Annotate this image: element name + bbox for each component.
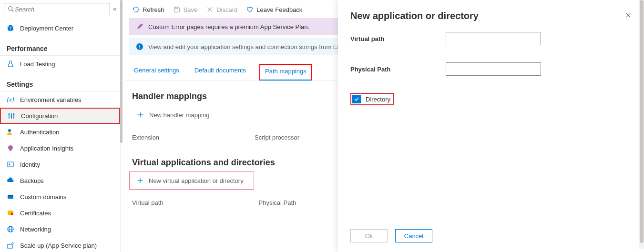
sidebar-item-label: Identity [20, 161, 40, 168]
cloud-icon [7, 177, 14, 184]
physical-path-label: Physical Path [350, 66, 446, 73]
sliders-icon [8, 112, 15, 120]
feedback-button[interactable]: Leave Feedback [246, 6, 302, 13]
page-scrollbar-thumb[interactable] [640, 0, 644, 243]
svg-rect-13 [8, 162, 13, 167]
tab-path-mappings[interactable]: Path mappings [259, 64, 312, 81]
svg-rect-22 [8, 244, 12, 248]
svg-point-10 [8, 129, 11, 132]
flask-icon [7, 60, 14, 68]
cancel-button[interactable]: Cancel [395, 229, 432, 242]
info-icon: i [136, 43, 143, 50]
sidebar-item-label: Certificates [20, 210, 51, 217]
svg-point-7 [9, 114, 10, 115]
search-icon [7, 5, 15, 13]
directory-checkbox[interactable] [352, 95, 361, 103]
certificate-icon [7, 209, 14, 217]
svg-rect-12 [10, 150, 11, 151]
sidebar-item-backups[interactable]: Backups [0, 172, 120, 189]
refresh-icon [132, 6, 140, 13]
sidebar-item-networking[interactable]: Networking [0, 221, 120, 237]
globe-icon [7, 193, 14, 201]
sidebar-item-environment-variables[interactable]: {x} Environment variables [0, 91, 120, 108]
person-key-icon [7, 128, 14, 136]
sidebar-item-configuration[interactable]: Configuration [0, 108, 120, 124]
sidebar-item-label: Backups [20, 177, 44, 184]
refresh-button[interactable]: Refresh [132, 6, 164, 13]
directory-label: Directory [366, 96, 390, 103]
sidebar-item-load-testing[interactable]: Load Testing [0, 56, 120, 72]
page-scrollbar-track[interactable] [639, 0, 644, 249]
main-content: Refresh Save Discard Leave Feedback [121, 0, 644, 252]
sidebar-item-label: Environment variables [20, 96, 82, 103]
sidebar-item-deployment-center[interactable]: Deployment Center [0, 20, 120, 36]
svg-point-18 [11, 213, 13, 215]
network-icon [7, 225, 14, 233]
cube-icon [7, 24, 14, 32]
add-link-label: New handler mapping [149, 111, 209, 119]
directory-checkbox-group[interactable]: Directory [350, 93, 394, 105]
save-button: Save [173, 6, 198, 13]
sidebar-item-label: Load Testing [20, 60, 55, 68]
discard-button: Discard [206, 6, 237, 13]
sidebar-item-authentication[interactable]: Authentication [0, 124, 120, 140]
search-box[interactable] [4, 3, 110, 15]
add-link-label: New virtual application or directory [149, 177, 244, 184]
sidebar-item-identity[interactable]: Identity [0, 156, 120, 172]
physical-path-input[interactable] [446, 62, 541, 76]
col-physical-path: Physical Path [259, 199, 296, 206]
toolbar-label: Refresh [143, 6, 164, 13]
banner-text: View and edit your application settings … [148, 43, 344, 50]
sidebar: « Deployment Center Performance Load Tes… [0, 0, 121, 252]
discard-icon [206, 6, 214, 13]
sidebar-section-performance: Performance [0, 36, 120, 56]
svg-point-8 [11, 116, 12, 118]
variable-icon: {x} [7, 96, 14, 103]
scale-up-icon [7, 242, 14, 249]
plus-icon [136, 177, 144, 184]
new-virtual-app-button[interactable]: New virtual application or directory [129, 171, 254, 190]
col-extension: Extension [132, 134, 159, 141]
toolbar-label: Discard [216, 6, 237, 13]
svg-point-14 [9, 164, 10, 165]
sidebar-item-label: Deployment Center [20, 25, 73, 32]
svg-line-1 [12, 10, 14, 12]
sidebar-item-label: Custom domains [20, 193, 67, 201]
rocket-icon [136, 23, 143, 30]
sidebar-item-label: Authentication [20, 129, 59, 136]
sidebar-item-custom-domains[interactable]: Custom domains [0, 189, 120, 205]
heart-icon [246, 6, 254, 13]
svg-rect-23 [175, 7, 177, 9]
sidebar-item-label: Scale up (App Service plan) [20, 242, 97, 249]
virtual-path-input[interactable] [446, 32, 541, 45]
col-virtual-path: Virtual path [132, 199, 164, 206]
panel-title: New application or directory [350, 10, 479, 21]
tab-general-settings[interactable]: General settings [132, 64, 181, 81]
sidebar-item-label: Configuration [21, 112, 58, 120]
svg-point-9 [13, 114, 15, 116]
sidebar-item-label: Application Insights [20, 145, 73, 152]
badge-icon [7, 161, 14, 168]
sidebar-item-scale-up[interactable]: Scale up (App Service plan) [0, 237, 120, 252]
tab-default-documents[interactable]: Default documents [193, 64, 248, 81]
save-icon [173, 6, 181, 13]
svg-point-0 [9, 7, 12, 10]
virtual-path-label: Virtual path [350, 35, 446, 42]
toolbar-label: Leave Feedback [256, 6, 302, 13]
plus-icon [137, 111, 144, 119]
collapse-icon[interactable]: « [113, 6, 116, 12]
svg-rect-16 [8, 195, 13, 196]
search-input[interactable] [15, 6, 107, 13]
col-script-processor: Script processor [255, 134, 299, 141]
banner-text: Custom Error pages requires a premium Ap… [148, 23, 309, 30]
sidebar-item-certificates[interactable]: Certificates [0, 205, 120, 221]
sidebar-item-app-insights[interactable]: Application Insights [0, 140, 120, 156]
svg-point-11 [8, 145, 13, 150]
svg-text:i: i [139, 44, 140, 50]
sidebar-item-label: Networking [20, 226, 51, 233]
ok-button[interactable]: Ok [350, 229, 388, 242]
lightbulb-icon [7, 144, 14, 152]
close-icon[interactable] [625, 12, 632, 20]
sidebar-section-settings: Settings [0, 72, 120, 91]
toolbar-label: Save [184, 6, 198, 13]
